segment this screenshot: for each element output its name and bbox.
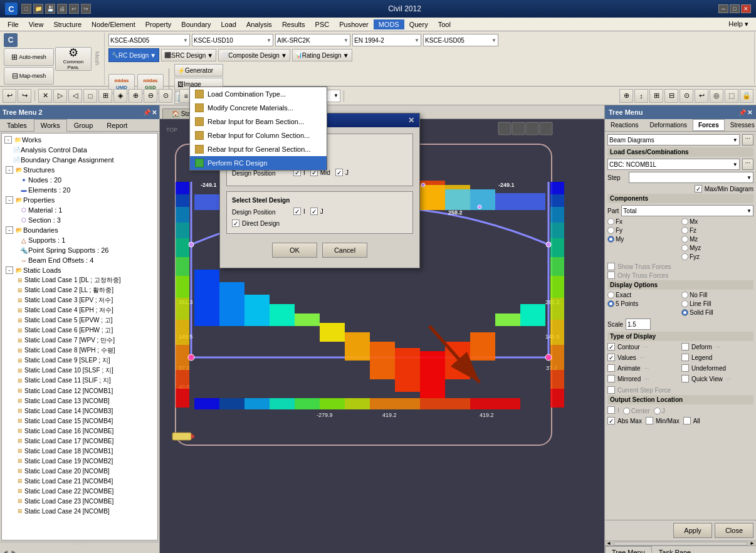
expand-boundaries[interactable]: -	[6, 226, 13, 234]
menu-query[interactable]: Query	[404, 19, 433, 29]
slc-11[interactable]: ⊞ Static Load Case 11 [SLIF ; 지]	[3, 376, 156, 386]
dropdown-rebar-beam[interactable]: Rebar Input for Beam Section...	[190, 115, 327, 129]
abs-max-check[interactable]: Abs Max	[607, 417, 642, 424]
tb-save[interactable]: 💾	[45, 4, 55, 14]
current-step-check[interactable]: Current Step Force	[607, 386, 753, 394]
tree-boundaries[interactable]: - 📂 Boundaries	[3, 225, 156, 235]
tb2-11[interactable]: ⊙	[159, 89, 172, 103]
tab-stresses[interactable]: Stresses	[725, 119, 756, 131]
radio-mz[interactable]: Mz	[681, 236, 753, 243]
tb2-r6[interactable]: ↩	[695, 89, 708, 103]
quick-view-check[interactable]: Quick View ···	[681, 375, 753, 382]
quick-view-checkbox[interactable]	[681, 375, 689, 382]
tb-undo[interactable]: ↩	[69, 4, 79, 14]
common-para-btn[interactable]: ⚙ CommonPara.	[55, 47, 92, 71]
tb2-10[interactable]: ⊖	[144, 89, 157, 103]
only-truss-checkbox[interactable]	[607, 271, 615, 279]
dropdown-perform-rc[interactable]: Perform RC Design	[190, 156, 327, 170]
all-check[interactable]: All	[683, 417, 700, 424]
logo-btn[interactable]: C	[4, 33, 18, 47]
check-steel-i[interactable]: I	[293, 208, 305, 215]
mirrored-checkbox[interactable]	[607, 375, 615, 382]
slc-4[interactable]: ⊞ Static Load Case 4 [EPH ; 저수]	[3, 305, 156, 315]
only-truss-check[interactable]: Only Truss Forces	[607, 271, 753, 279]
tab-reactions[interactable]: Reactions	[605, 119, 644, 131]
j-out-radio[interactable]	[654, 408, 661, 414]
contour-check[interactable]: Contour ···	[607, 343, 680, 350]
tb2-r9[interactable]: 🔒	[740, 89, 753, 103]
menu-structure[interactable]: Structure	[48, 19, 87, 29]
check-j-pos[interactable]: J	[335, 169, 349, 176]
slc-15[interactable]: ⊞ Static Load Case 15 [NCOMB4]	[3, 416, 156, 426]
tb2-r2[interactable]: ↕	[634, 89, 648, 103]
deform-dots[interactable]: ···	[716, 344, 721, 350]
radio-solid-fill[interactable]: Solid Fill	[681, 309, 753, 316]
slc-14[interactable]: ⊞ Static Load Case 14 [NCOMB3]	[3, 406, 156, 416]
radio-fyz[interactable]: Fyz	[681, 253, 753, 260]
tree-elements[interactable]: ▬ Elements : 20	[3, 185, 156, 195]
min-max-checkbox[interactable]	[646, 417, 653, 424]
auto-mesh-btn[interactable]: ⊞ Auto-mesh	[4, 48, 54, 66]
tb2-2[interactable]: ↪	[18, 89, 31, 103]
animate-checkbox[interactable]	[607, 364, 615, 372]
tree-structures[interactable]: - 📂 Structures	[3, 165, 156, 175]
radio-fz[interactable]: Fz	[681, 227, 753, 234]
tb-open[interactable]: 📁	[33, 4, 43, 14]
minimize-btn[interactable]: ─	[718, 4, 728, 13]
expand-static-loads[interactable]: -	[6, 266, 13, 274]
slc-1[interactable]: ⊞ Static Load Case 1 [DL ; 고정하중]	[3, 275, 156, 285]
contour-dots[interactable]: ···	[644, 344, 649, 350]
scroll-track[interactable]	[614, 542, 747, 545]
contour-checkbox[interactable]	[607, 343, 615, 350]
line-fill-radio[interactable]	[681, 300, 688, 307]
mx-radio[interactable]	[681, 218, 688, 225]
part-combo[interactable]: Total ▼	[621, 205, 753, 216]
tab-task-pane[interactable]: Task Pane	[652, 546, 698, 553]
slc-9[interactable]: ⊞ Static Load Case 9 [SLEP ; 지]	[3, 356, 156, 366]
animate-check[interactable]: Animate ···	[607, 364, 680, 372]
menu-pushover[interactable]: Pushover	[334, 19, 373, 29]
apply-button[interactable]: Apply	[673, 523, 712, 538]
slc-10[interactable]: ⊞ Static Load Case 10 [SLSF ; 지]	[3, 366, 156, 376]
radio-mx[interactable]: Mx	[681, 218, 753, 225]
5pts-radio[interactable]	[607, 300, 614, 307]
steel-j-checkbox[interactable]	[310, 208, 318, 215]
deform-check[interactable]: Deform ···	[681, 343, 753, 350]
dropdown-rebar-general[interactable]: Rebar Input for General Section...	[190, 142, 327, 156]
menu-view[interactable]: View	[24, 19, 49, 29]
slc-17[interactable]: ⊞ Static Load Case 17 [NCOMBE]	[3, 436, 156, 446]
menu-file[interactable]: File	[3, 19, 24, 29]
dialog-close-btn[interactable]: ✕	[408, 116, 414, 125]
max-min-checkbox[interactable]	[695, 185, 702, 192]
ksce-asd-combo[interactable]: KSCE-ASD05 ▼	[108, 34, 190, 46]
exact-radio[interactable]	[607, 292, 614, 298]
map-mesh-btn[interactable]: ⊟ Map-mesh	[4, 67, 54, 85]
slc-18[interactable]: ⊞ Static Load Case 18 [NCOMB1]	[3, 446, 156, 456]
slc-23[interactable]: ⊞ Static Load Case 23 [NCOMBE]	[3, 496, 156, 506]
undeformed-check[interactable]: Undeformed	[681, 364, 753, 372]
tab-report[interactable]: Report	[100, 119, 134, 131]
dropdown-modify-concrete[interactable]: Modify Concrete Materials...	[190, 101, 327, 115]
tb2-r1[interactable]: ⊕	[619, 89, 633, 103]
i-section-checkbox[interactable]	[607, 406, 615, 414]
tree-spring-supports[interactable]: 🔩 Point Spring Supports : 26	[3, 245, 156, 255]
tab-group[interactable]: Group	[67, 119, 100, 131]
tb2-6[interactable]: □	[83, 89, 97, 103]
dropdown-load-combo[interactable]: Load Combination Type...	[190, 87, 327, 101]
menu-psc[interactable]: PSC	[310, 19, 335, 29]
src-design-btn[interactable]: ⬛ SRC Design ▼	[161, 49, 216, 61]
mirrored-check[interactable]: Mirrored ···	[607, 375, 680, 382]
quick-view-dots[interactable]: ···	[727, 376, 732, 382]
aik-src-combo[interactable]: AIK-SRC2K ▼	[275, 34, 350, 46]
slc-7[interactable]: ⊞ Static Load Case 7 [WPV ; 만수]	[3, 335, 156, 345]
slc-12[interactable]: ⊞ Static Load Case 12 [NCOMB1]	[3, 386, 156, 396]
values-checkbox[interactable]	[607, 354, 615, 361]
step-combo[interactable]: ▼	[629, 172, 753, 183]
slc-6[interactable]: ⊞ Static Load Case 6 [EPHW ; 고]	[3, 325, 156, 335]
menu-load[interactable]: Load	[216, 19, 241, 29]
radio-exact[interactable]: Exact	[607, 292, 680, 298]
tab-tables[interactable]: Tables	[0, 119, 34, 131]
menu-node-element[interactable]: Node/Element	[87, 19, 140, 29]
check-i-section[interactable]: I	[607, 406, 619, 414]
tab-deformations[interactable]: Deformations	[644, 119, 692, 131]
